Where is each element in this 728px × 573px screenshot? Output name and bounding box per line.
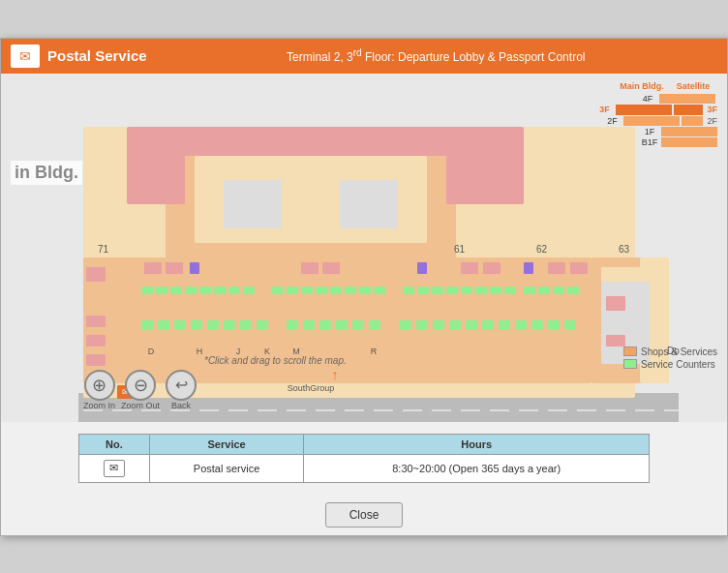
svg-rect-74 xyxy=(166,262,183,274)
svg-rect-60 xyxy=(466,320,477,330)
svg-rect-99 xyxy=(86,316,106,327)
floor-panel-header: Main Bldg. Satellite xyxy=(618,81,717,91)
mail-icon: ✉ xyxy=(19,48,31,64)
svg-rect-6 xyxy=(166,127,456,156)
svg-rect-36 xyxy=(490,286,501,294)
service-counters-label: Service Counters xyxy=(641,359,715,370)
svg-text:71: 71 xyxy=(98,244,109,255)
svg-rect-61 xyxy=(482,320,494,330)
back-group: ↩ Back xyxy=(166,370,197,410)
zoom-out-group: ⊖ Zoom Out xyxy=(121,370,160,410)
floor-row-1f[interactable]: 1F xyxy=(641,127,717,136)
svg-rect-50 xyxy=(287,320,298,330)
svg-text:D: D xyxy=(148,347,155,356)
in-bldg-label: in Bldg. xyxy=(11,161,82,185)
svg-text:↑: ↑ xyxy=(332,367,339,382)
col-hours: Hours xyxy=(304,434,650,454)
svg-rect-27 xyxy=(345,286,356,294)
svg-rect-17 xyxy=(185,286,197,294)
svg-text:H: H xyxy=(197,347,203,356)
zoom-in-group: ⊕ Zoom In xyxy=(83,370,115,410)
floor-row-4f: 4F xyxy=(639,94,717,104)
svg-rect-45 xyxy=(191,320,202,330)
svg-rect-78 xyxy=(417,262,427,274)
floor-row-b1f[interactable]: B1F xyxy=(641,137,717,147)
svg-rect-34 xyxy=(461,286,472,294)
zoom-out-label: Zoom Out xyxy=(121,401,160,410)
row-hours: 8:30~20:00 (Open 365 days a year) xyxy=(304,454,650,482)
service-table: No. Service Hours ✉ Postal service 8:30~ xyxy=(78,434,650,483)
svg-rect-47 xyxy=(224,320,235,330)
svg-rect-66 xyxy=(564,320,576,330)
map-canvas[interactable]: D H J K M R ↑ ↑ xyxy=(1,74,727,422)
svg-rect-38 xyxy=(524,286,535,294)
svg-rect-19 xyxy=(214,286,226,294)
floor-row-2f[interactable]: 2F 2F xyxy=(603,116,717,126)
svg-rect-76 xyxy=(301,262,318,274)
svg-rect-98 xyxy=(86,267,106,282)
svg-rect-37 xyxy=(504,286,516,294)
svg-rect-52 xyxy=(319,320,331,330)
shops-color-swatch xyxy=(623,347,637,356)
header-location: Terminal 2, 3rd Floor: Departure Lobby &… xyxy=(155,47,717,64)
zoom-in-button[interactable]: ⊕ xyxy=(84,370,115,401)
svg-rect-77 xyxy=(322,262,340,274)
svg-text:63: 63 xyxy=(619,244,630,255)
map-controls: ⊕ Zoom In ⊖ Zoom Out ↩ Back xyxy=(83,370,197,410)
shops-label: Shops & Services xyxy=(641,347,717,357)
svg-rect-26 xyxy=(330,286,342,294)
svg-rect-54 xyxy=(352,320,364,330)
svg-rect-40 xyxy=(553,286,564,294)
svg-rect-96 xyxy=(606,296,625,311)
zoom-out-button[interactable]: ⊖ xyxy=(125,370,156,401)
svg-rect-55 xyxy=(369,320,380,330)
svg-rect-29 xyxy=(374,286,385,294)
svg-rect-51 xyxy=(303,320,315,330)
zoom-in-label: Zoom In xyxy=(83,401,115,410)
drag-hint: *Click and drag to scroll the map. xyxy=(204,355,347,366)
close-button[interactable]: Close xyxy=(325,502,404,528)
svg-rect-35 xyxy=(475,286,487,294)
svg-text:SouthGroup: SouthGroup xyxy=(288,383,335,393)
svg-rect-42 xyxy=(141,320,153,330)
svg-rect-18 xyxy=(199,286,211,294)
svg-rect-14 xyxy=(141,286,153,294)
svg-rect-43 xyxy=(158,320,169,330)
svg-rect-16 xyxy=(170,286,182,294)
svg-rect-64 xyxy=(531,320,543,330)
svg-rect-22 xyxy=(272,286,284,294)
back-button[interactable]: ↩ xyxy=(166,370,197,401)
svg-rect-83 xyxy=(570,262,588,274)
floor-row-3f[interactable]: 3F 3F xyxy=(595,105,717,115)
svg-rect-75 xyxy=(190,262,199,274)
svg-rect-59 xyxy=(449,320,461,330)
svg-rect-31 xyxy=(417,286,429,294)
svg-rect-23 xyxy=(287,286,298,294)
map-legend: Shops & Services Service Counters xyxy=(623,347,717,372)
svg-text:62: 62 xyxy=(536,244,548,255)
svg-rect-53 xyxy=(336,320,348,330)
svg-rect-100 xyxy=(86,335,106,347)
svg-rect-46 xyxy=(207,320,219,330)
svg-rect-58 xyxy=(433,320,444,330)
legend-shops: Shops & Services xyxy=(623,347,717,357)
svg-rect-21 xyxy=(243,286,255,294)
svg-rect-101 xyxy=(86,354,106,366)
close-section: Close xyxy=(1,495,727,535)
col-service: Service xyxy=(149,434,304,454)
svg-text:61: 61 xyxy=(454,244,466,255)
svg-rect-7 xyxy=(446,127,524,204)
svg-rect-30 xyxy=(403,286,414,294)
svg-rect-25 xyxy=(316,286,327,294)
svg-rect-80 xyxy=(483,262,500,274)
svg-rect-9 xyxy=(224,180,282,228)
svg-rect-28 xyxy=(359,286,371,294)
main-bldg-label: Main Bldg. xyxy=(618,81,666,91)
svg-rect-94 xyxy=(601,267,650,282)
svg-rect-15 xyxy=(156,286,167,294)
row-service: Postal service xyxy=(149,454,304,482)
svg-rect-41 xyxy=(567,286,579,294)
col-no: No. xyxy=(79,434,150,454)
back-label: Back xyxy=(171,401,191,410)
service-counters-color-swatch xyxy=(623,359,637,369)
